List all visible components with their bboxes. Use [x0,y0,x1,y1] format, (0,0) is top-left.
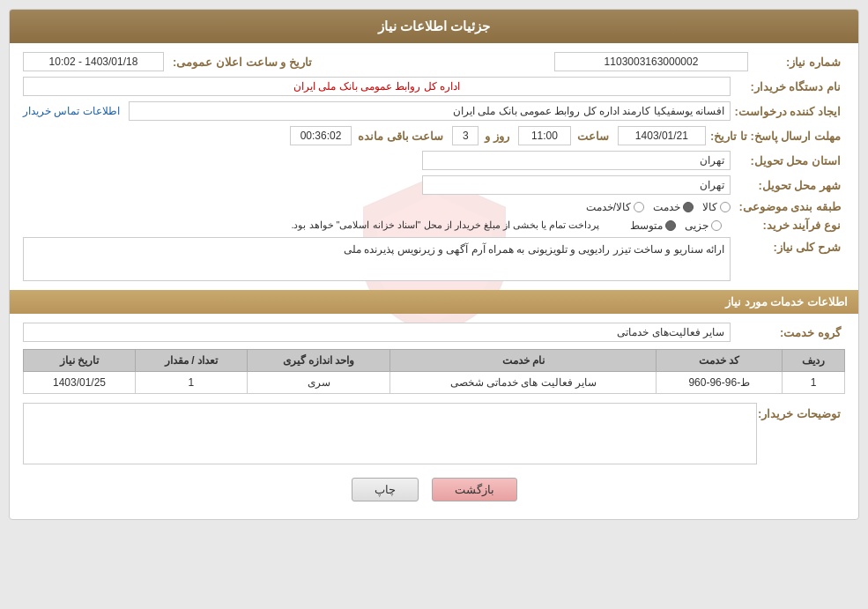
deadline-days: 3 [452,126,479,145]
category-label-kala: کالا [702,201,717,213]
province-label: استان محل تحویل: [731,154,845,167]
purchase-note: پرداخت تمام یا بخشی از مبلغ خریدار از مح… [291,219,599,231]
announce-date-label: تاریخ و ساعت اعلان عمومی: [173,56,312,69]
description-value: ارائه سناریو و ساخت تیزر رادیویی و تلویز… [23,237,731,281]
need-number-value: 1103003163000002 [554,52,748,71]
col-header-unit: واحد اندازه گیری [247,350,390,372]
deadline-row: مهلت ارسال پاسخ: تا تاریخ: 1403/01/21 سا… [23,126,845,145]
back-button[interactable]: بازگشت [432,478,517,501]
col-header-row: ردیف [783,350,845,372]
purchase-label-jozii: جزیی [685,219,708,232]
category-label-khedmat: خدمت [653,201,680,213]
col-header-name: نام خدمت [390,350,657,372]
creator-row: ایجاد کننده درخواست: افسانه یوسفیکیا کار… [23,101,845,121]
buyer-org-label: نام دستگاه خریدار: [731,80,845,93]
category-radio-group: کالا خدمت کالا/خدمت [586,201,731,213]
purchase-radio-motevaset[interactable] [665,220,676,231]
col-header-date: تاریخ نیاز [24,350,136,372]
province-row: استان محل تحویل: تهران [23,151,845,170]
buyer-desc-row: توضیحات خریدار: [23,403,845,464]
page-container: جزئیات اطلاعات نیاز Col شماره نیاز: 1103… [0,0,868,609]
need-number-row: شماره نیاز: 1103003163000002 تاریخ و ساع… [23,52,845,71]
page-title: جزئیات اطلاعات نیاز [378,19,490,33]
purchase-label-motevaset: متوسط [630,219,663,232]
category-option-kala: کالا [702,201,731,213]
category-radio-kala-khedmat[interactable] [634,202,644,212]
purchase-radio-jozii[interactable] [711,220,722,231]
purchase-type-row: نوع فرآیند خرید: جزیی متوسط پرداخت تمام … [23,219,845,232]
table-cell-date: 1403/01/25 [24,372,136,394]
card-header: جزئیات اطلاعات نیاز [10,10,858,43]
col-header-qty: تعداد / مقدار [135,350,247,372]
table-cell-name: سایر فعالیت های خدماتی شخصی [390,372,657,394]
table-cell-unit: سری [247,372,390,394]
buyer-org-value: اداره کل روابط عمومی بانک ملی ایران [23,77,731,96]
category-label: طبقه بندی موضوعی: [731,200,845,213]
city-label: شهر محل تحویل: [731,179,845,192]
service-info-title: اطلاعات خدمات مورد نیاز [10,290,858,314]
contact-link[interactable]: اطلاعات تماس خریدار [23,105,120,117]
need-number-label: شماره نیاز: [757,56,845,69]
footer-buttons: بازگشت چاپ [23,478,845,510]
table-cell-quantity: 1 [135,372,247,394]
table-cell-row: 1 [783,372,845,394]
service-group-value: سایر فعالیت‌های خدماتی [23,323,731,342]
buyer-description-input[interactable] [23,403,757,464]
city-value: تهران [422,175,731,195]
table-header-row: ردیف کد خدمت نام خدمت واحد اندازه گیری ت… [24,350,845,372]
buyer-org-row: نام دستگاه خریدار: اداره کل روابط عمومی … [23,77,845,96]
deadline-time: 11:00 [518,126,571,145]
service-table: ردیف کد خدمت نام خدمت واحد اندازه گیری ت… [23,349,845,394]
creator-value: افسانه یوسفیکیا کارمند اداره کل روابط عم… [129,101,731,121]
print-button[interactable]: چاپ [352,478,419,501]
purchase-option-motevaset: متوسط [630,219,676,232]
description-row: شرح کلی نیاز: ارائه سناریو و ساخت تیزر ر… [23,237,845,281]
deadline-remaining-label: ساعت باقی مانده [358,130,443,143]
category-label-kala-khedmat: کالا/خدمت [586,201,631,213]
deadline-remaining: 00:36:02 [290,126,352,145]
category-row: طبقه بندی موضوعی: کالا خدمت کالا/خدمت [23,200,845,213]
card-body-wrap: Col شماره نیاز: 1103003163000002 تاریخ و… [10,43,858,519]
table-row: 1ط-96-96-960سایر فعالیت های خدماتی شخصیس… [24,372,845,394]
purchase-option-jozii: جزیی [685,219,722,232]
description-label: شرح کلی نیاز: [731,237,845,254]
deadline-day-label: روز و [485,130,509,143]
category-option-kala-khedmat: کالا/خدمت [586,201,644,213]
city-row: شهر محل تحویل: تهران [23,175,845,195]
deadline-label: مهلت ارسال پاسخ: تا تاریخ: [710,130,845,143]
col-header-code: کد خدمت [657,350,783,372]
deadline-time-label: ساعت [577,130,609,143]
table-cell-code: ط-96-96-960 [657,372,783,394]
category-option-khedmat: خدمت [653,201,694,213]
announce-date-value: 1403/01/18 - 10:02 [23,52,164,71]
purchase-radio-group: جزیی متوسط [630,219,722,232]
purchase-type-label: نوع فرآیند خرید: [731,219,845,232]
buyer-desc-label: توضیحات خریدار: [757,403,845,420]
service-group-label: گروه خدمت: [731,326,845,339]
main-card: جزئیات اطلاعات نیاز Col شماره نیاز: 1103… [9,9,859,520]
province-value: تهران [422,151,731,170]
card-body: شماره نیاز: 1103003163000002 تاریخ و ساع… [10,43,858,519]
creator-label: ایجاد کننده درخواست: [731,105,845,118]
deadline-date: 1403/01/21 [618,126,706,145]
category-radio-khedmat[interactable] [683,202,694,212]
service-group-row: گروه خدمت: سایر فعالیت‌های خدماتی [23,323,845,342]
category-radio-kala[interactable] [720,202,731,212]
